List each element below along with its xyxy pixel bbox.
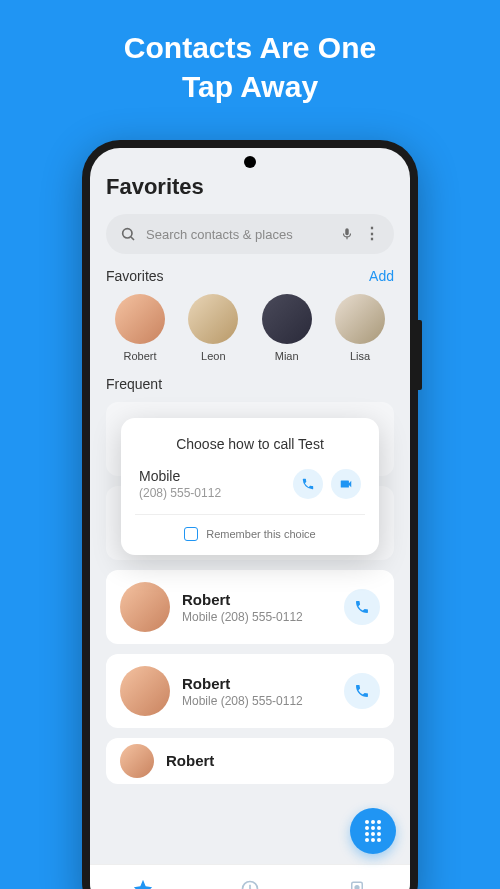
voice-call-button[interactable] [293, 469, 323, 499]
avatar [115, 294, 165, 344]
favorite-name: Robert [123, 350, 156, 362]
dialog-option-number: (208) 555-0112 [139, 486, 221, 500]
call-button[interactable] [344, 589, 380, 625]
phone-frame: Favorites Search contacts & places ⋮ Fav… [82, 140, 418, 889]
remember-checkbox[interactable] [184, 527, 198, 541]
favorite-item[interactable]: Robert [108, 294, 172, 362]
avatar [335, 294, 385, 344]
phone-screen: Favorites Search contacts & places ⋮ Fav… [90, 148, 410, 889]
bottom-nav [90, 864, 410, 889]
frequent-section-header: Frequent [106, 376, 394, 392]
page-title: Favorites [106, 174, 394, 200]
favorites-row: Robert Leon Mian Lisa [106, 294, 394, 362]
clock-icon [240, 879, 260, 890]
favorite-name: Leon [201, 350, 225, 362]
more-icon[interactable]: ⋮ [364, 226, 380, 242]
dialog-option-label: Mobile [139, 468, 221, 484]
dialog-option-actions [293, 469, 361, 499]
favorite-name: Lisa [350, 350, 370, 362]
keypad-icon [365, 820, 381, 842]
search-icon [120, 226, 136, 242]
svg-line-1 [131, 237, 134, 240]
nav-recents[interactable] [197, 865, 304, 889]
search-bar[interactable]: Search contacts & places ⋮ [106, 214, 394, 254]
contacts-icon [348, 880, 366, 890]
svg-point-4 [355, 885, 359, 889]
favorite-item[interactable]: Leon [181, 294, 245, 362]
nav-contacts[interactable] [303, 865, 410, 889]
contact-info: Robert Mobile (208) 555-0112 [182, 675, 332, 708]
add-favorite-button[interactable]: Add [369, 268, 394, 284]
dialog-title: Choose how to call Test [121, 436, 379, 452]
favorite-item[interactable]: Mian [255, 294, 319, 362]
contact-card[interactable]: Robert [106, 738, 394, 784]
contact-name: Robert [182, 675, 332, 692]
contact-info: Robert [166, 752, 380, 771]
camera-cutout [244, 156, 256, 168]
favorites-section-header: Favorites Add [106, 268, 394, 284]
call-dialog-overlay: Choose how to call Test Mobile (208) 555… [90, 418, 410, 555]
star-icon [132, 878, 154, 890]
remember-row[interactable]: Remember this choice [121, 527, 379, 541]
dialog-divider [135, 514, 365, 515]
dialpad-fab[interactable] [350, 808, 396, 854]
favorite-item[interactable]: Lisa [328, 294, 392, 362]
app-content: Favorites Search contacts & places ⋮ Fav… [90, 148, 410, 889]
avatar [120, 744, 154, 778]
contact-info: Robert Mobile (208) 555-0112 [182, 591, 332, 624]
call-dialog: Choose how to call Test Mobile (208) 555… [121, 418, 379, 555]
promo-header: Contacts Are One Tap Away [0, 0, 500, 106]
nav-favorites[interactable] [90, 865, 197, 889]
avatar [120, 666, 170, 716]
contact-detail: Mobile (208) 555-0112 [182, 610, 332, 624]
contact-name: Robert [166, 752, 380, 769]
dialog-option-text: Mobile (208) 555-0112 [139, 468, 221, 500]
call-button[interactable] [344, 673, 380, 709]
search-placeholder: Search contacts & places [146, 227, 330, 242]
contact-name: Robert [182, 591, 332, 608]
avatar [188, 294, 238, 344]
avatar [120, 582, 170, 632]
contact-card[interactable]: Robert Mobile (208) 555-0112 [106, 570, 394, 644]
promo-line-1: Contacts Are One [20, 28, 480, 67]
favorite-name: Mian [275, 350, 299, 362]
dialog-option[interactable]: Mobile (208) 555-0112 [121, 468, 379, 514]
contact-card[interactable]: Robert Mobile (208) 555-0112 [106, 654, 394, 728]
contact-detail: Mobile (208) 555-0112 [182, 694, 332, 708]
favorites-label: Favorites [106, 268, 164, 284]
mic-icon[interactable] [340, 227, 354, 241]
avatar [262, 294, 312, 344]
frequent-label: Frequent [106, 376, 162, 392]
video-call-button[interactable] [331, 469, 361, 499]
svg-point-0 [123, 229, 132, 238]
remember-label: Remember this choice [206, 528, 315, 540]
promo-line-2: Tap Away [20, 67, 480, 106]
power-button [418, 320, 422, 390]
